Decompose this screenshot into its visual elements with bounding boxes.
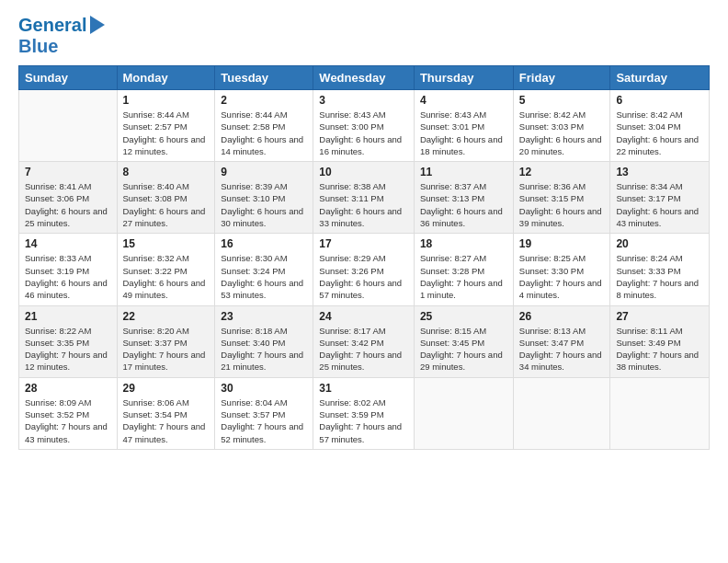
day-number: 25 xyxy=(420,310,507,323)
calendar-week-row: 28Sunrise: 8:09 AMSunset: 3:52 PMDayligh… xyxy=(19,377,710,449)
weekday-thursday: Thursday xyxy=(414,66,513,90)
calendar-day-cell: 22Sunrise: 8:20 AMSunset: 3:37 PMDayligh… xyxy=(117,305,215,377)
day-info: Sunrise: 8:18 AMSunset: 3:40 PMDaylight:… xyxy=(221,325,307,373)
day-info: Sunrise: 8:37 AMSunset: 3:13 PMDaylight:… xyxy=(420,180,507,229)
calendar-day-cell: 28Sunrise: 8:09 AMSunset: 3:52 PMDayligh… xyxy=(19,377,118,449)
weekday-saturday: Saturday xyxy=(610,66,710,90)
day-number: 15 xyxy=(123,237,210,250)
day-number: 24 xyxy=(319,310,408,323)
day-info: Sunrise: 8:15 AMSunset: 3:45 PMDaylight:… xyxy=(420,325,507,373)
calendar-table: SundayMondayTuesdayWednesdayThursdayFrid… xyxy=(18,65,710,450)
day-number: 20 xyxy=(616,237,703,250)
calendar-day-cell: 15Sunrise: 8:32 AMSunset: 3:22 PMDayligh… xyxy=(117,234,215,305)
calendar-day-cell: 27Sunrise: 8:11 AMSunset: 3:49 PMDayligh… xyxy=(610,305,710,377)
weekday-monday: Monday xyxy=(117,66,215,90)
svg-marker-0 xyxy=(90,16,105,34)
day-number: 9 xyxy=(221,166,307,178)
calendar-day-cell xyxy=(414,377,513,449)
calendar-day-cell: 1Sunrise: 8:44 AMSunset: 2:57 PMDaylight… xyxy=(117,90,215,162)
day-number: 2 xyxy=(221,94,307,107)
calendar-day-cell: 19Sunrise: 8:25 AMSunset: 3:30 PMDayligh… xyxy=(513,234,610,305)
day-info: Sunrise: 8:42 AMSunset: 3:04 PMDaylight:… xyxy=(616,109,703,157)
day-number: 27 xyxy=(616,310,703,323)
day-number: 23 xyxy=(221,310,307,323)
calendar-day-cell: 26Sunrise: 8:13 AMSunset: 3:47 PMDayligh… xyxy=(513,305,610,377)
page-header: General Blue xyxy=(18,14,710,56)
day-info: Sunrise: 8:06 AMSunset: 3:54 PMDaylight:… xyxy=(123,396,210,445)
calendar-day-cell: 30Sunrise: 8:04 AMSunset: 3:57 PMDayligh… xyxy=(215,377,313,449)
calendar-day-cell: 12Sunrise: 8:36 AMSunset: 3:15 PMDayligh… xyxy=(513,162,610,234)
day-info: Sunrise: 8:11 AMSunset: 3:49 PMDaylight:… xyxy=(616,325,703,373)
calendar-day-cell: 10Sunrise: 8:38 AMSunset: 3:11 PMDayligh… xyxy=(313,162,415,234)
day-info: Sunrise: 8:42 AMSunset: 3:03 PMDaylight:… xyxy=(519,109,605,157)
day-number: 30 xyxy=(221,382,307,395)
day-info: Sunrise: 8:13 AMSunset: 3:47 PMDaylight:… xyxy=(519,325,605,373)
calendar-day-cell: 17Sunrise: 8:29 AMSunset: 3:26 PMDayligh… xyxy=(313,234,415,305)
calendar-day-cell: 14Sunrise: 8:33 AMSunset: 3:19 PMDayligh… xyxy=(19,234,118,305)
calendar-day-cell: 7Sunrise: 8:41 AMSunset: 3:06 PMDaylight… xyxy=(19,162,118,234)
day-number: 22 xyxy=(123,310,210,323)
calendar-day-cell: 23Sunrise: 8:18 AMSunset: 3:40 PMDayligh… xyxy=(215,305,313,377)
calendar-day-cell: 21Sunrise: 8:22 AMSunset: 3:35 PMDayligh… xyxy=(19,305,118,377)
day-number: 4 xyxy=(420,94,507,107)
day-info: Sunrise: 8:39 AMSunset: 3:10 PMDaylight:… xyxy=(221,180,307,229)
day-number: 14 xyxy=(25,237,111,250)
logo-text2: Blue xyxy=(18,36,107,56)
day-info: Sunrise: 8:32 AMSunset: 3:22 PMDaylight:… xyxy=(123,252,210,301)
day-number: 28 xyxy=(25,382,111,395)
day-info: Sunrise: 8:09 AMSunset: 3:52 PMDaylight:… xyxy=(25,396,111,445)
calendar-day-cell: 2Sunrise: 8:44 AMSunset: 2:58 PMDaylight… xyxy=(215,90,313,162)
calendar-day-cell: 8Sunrise: 8:40 AMSunset: 3:08 PMDaylight… xyxy=(117,162,215,234)
day-info: Sunrise: 8:34 AMSunset: 3:17 PMDaylight:… xyxy=(616,180,703,229)
day-number: 6 xyxy=(616,94,703,107)
day-number: 13 xyxy=(616,166,703,178)
weekday-tuesday: Tuesday xyxy=(215,66,313,90)
calendar-day-cell: 24Sunrise: 8:17 AMSunset: 3:42 PMDayligh… xyxy=(313,305,415,377)
calendar-day-cell: 13Sunrise: 8:34 AMSunset: 3:17 PMDayligh… xyxy=(610,162,710,234)
day-info: Sunrise: 8:43 AMSunset: 3:01 PMDaylight:… xyxy=(420,109,507,157)
day-number: 17 xyxy=(319,237,408,250)
day-number: 21 xyxy=(25,310,111,323)
calendar-week-row: 21Sunrise: 8:22 AMSunset: 3:35 PMDayligh… xyxy=(19,305,710,377)
weekday-sunday: Sunday xyxy=(19,66,118,90)
logo-text: General xyxy=(18,15,86,35)
day-info: Sunrise: 8:24 AMSunset: 3:33 PMDaylight:… xyxy=(616,252,703,301)
calendar-day-cell: 25Sunrise: 8:15 AMSunset: 3:45 PMDayligh… xyxy=(414,305,513,377)
day-number: 29 xyxy=(123,382,210,395)
day-number: 19 xyxy=(519,237,605,250)
calendar-day-cell: 4Sunrise: 8:43 AMSunset: 3:01 PMDaylight… xyxy=(414,90,513,162)
day-number: 18 xyxy=(420,237,507,250)
logo-icon xyxy=(88,14,107,36)
weekday-friday: Friday xyxy=(513,66,610,90)
calendar-day-cell: 18Sunrise: 8:27 AMSunset: 3:28 PMDayligh… xyxy=(414,234,513,305)
day-info: Sunrise: 8:44 AMSunset: 2:57 PMDaylight:… xyxy=(123,109,210,157)
day-info: Sunrise: 8:29 AMSunset: 3:26 PMDaylight:… xyxy=(319,252,408,301)
day-info: Sunrise: 8:33 AMSunset: 3:19 PMDaylight:… xyxy=(25,252,111,301)
day-number: 8 xyxy=(123,166,210,178)
calendar-day-cell: 11Sunrise: 8:37 AMSunset: 3:13 PMDayligh… xyxy=(414,162,513,234)
day-info: Sunrise: 8:30 AMSunset: 3:24 PMDaylight:… xyxy=(221,252,307,301)
day-info: Sunrise: 8:04 AMSunset: 3:57 PMDaylight:… xyxy=(221,396,307,445)
calendar-week-row: 1Sunrise: 8:44 AMSunset: 2:57 PMDaylight… xyxy=(19,90,710,162)
day-info: Sunrise: 8:20 AMSunset: 3:37 PMDaylight:… xyxy=(123,325,210,373)
day-info: Sunrise: 8:17 AMSunset: 3:42 PMDaylight:… xyxy=(319,325,408,373)
day-number: 11 xyxy=(420,166,507,178)
day-info: Sunrise: 8:25 AMSunset: 3:30 PMDaylight:… xyxy=(519,252,605,301)
calendar-day-cell: 29Sunrise: 8:06 AMSunset: 3:54 PMDayligh… xyxy=(117,377,215,449)
day-info: Sunrise: 8:36 AMSunset: 3:15 PMDaylight:… xyxy=(519,180,605,229)
day-number: 26 xyxy=(519,310,605,323)
logo: General Blue xyxy=(18,14,107,56)
day-number: 3 xyxy=(319,94,408,107)
calendar-week-row: 14Sunrise: 8:33 AMSunset: 3:19 PMDayligh… xyxy=(19,234,710,305)
calendar-day-cell xyxy=(19,90,118,162)
day-number: 10 xyxy=(319,166,408,178)
day-info: Sunrise: 8:02 AMSunset: 3:59 PMDaylight:… xyxy=(319,396,408,445)
calendar-day-cell: 31Sunrise: 8:02 AMSunset: 3:59 PMDayligh… xyxy=(313,377,415,449)
weekday-header-row: SundayMondayTuesdayWednesdayThursdayFrid… xyxy=(19,66,710,90)
day-info: Sunrise: 8:43 AMSunset: 3:00 PMDaylight:… xyxy=(319,109,408,157)
day-info: Sunrise: 8:27 AMSunset: 3:28 PMDaylight:… xyxy=(420,252,507,301)
day-number: 1 xyxy=(123,94,210,107)
day-number: 5 xyxy=(519,94,605,107)
day-info: Sunrise: 8:40 AMSunset: 3:08 PMDaylight:… xyxy=(123,180,210,229)
day-info: Sunrise: 8:38 AMSunset: 3:11 PMDaylight:… xyxy=(319,180,408,229)
